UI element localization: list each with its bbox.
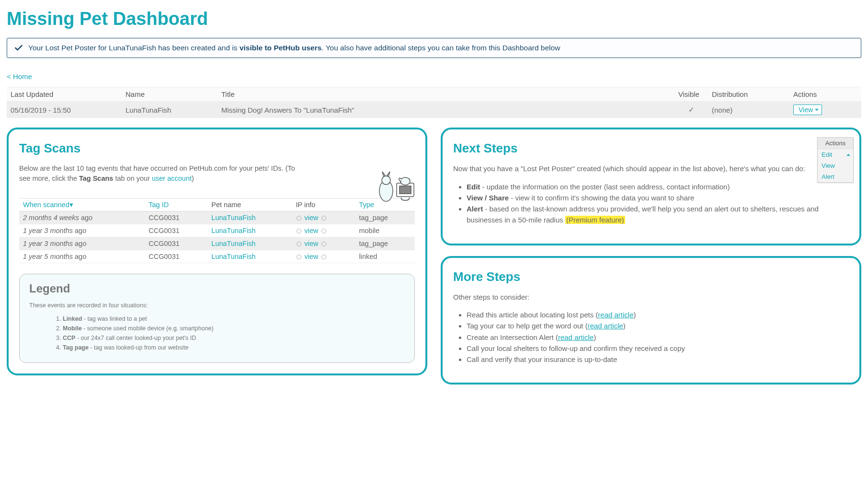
more-steps-intro: Other steps to consider: xyxy=(453,292,849,303)
legend-box: Legend These events are recorded in four… xyxy=(19,274,415,363)
list-item: Linked - tag was linked to a pet xyxy=(63,315,405,322)
list-item: Create an Intersection Alert (read artic… xyxy=(467,332,849,343)
ip-view-link[interactable]: view xyxy=(304,214,318,222)
table-row: 1 year 3 months ago CCG0031 LunaTunaFish… xyxy=(19,224,415,237)
menu-item-view[interactable]: View xyxy=(818,160,853,171)
menu-item-alert[interactable]: Alert xyxy=(818,171,853,182)
pet-link[interactable]: LunaTunaFish xyxy=(211,227,255,234)
list-item: Mobile - someone used mobile device (e.g… xyxy=(63,325,405,332)
list-item: Alert - based on the last-known address … xyxy=(467,203,849,226)
svg-rect-3 xyxy=(400,186,411,194)
more-steps-panel: More Steps Other steps to consider: Read… xyxy=(441,256,861,385)
ip-view-link[interactable]: view xyxy=(304,240,318,247)
next-steps-heading: Next Steps xyxy=(453,141,849,156)
col-pet-name: Pet name xyxy=(207,198,292,211)
scans-table: When scanned▾ Tag ID Pet name IP info Ty… xyxy=(19,198,415,263)
premium-badge: (Premium feature) xyxy=(565,216,625,224)
col-actions: Actions xyxy=(789,87,861,102)
list-item: Edit - update the information on the pos… xyxy=(467,181,849,192)
table-row: 1 year 3 months ago CCG0031 LunaTunaFish… xyxy=(19,237,415,250)
tag-scans-heading: Tag Scans xyxy=(19,141,415,156)
user-account-link[interactable]: user account xyxy=(152,175,192,182)
tag-scans-blurb: Below are the last 10 tag events that ha… xyxy=(19,163,297,184)
svg-point-4 xyxy=(400,177,410,185)
cell-title: Missing Dog! Answers To "LunaTunaFish" xyxy=(217,102,674,118)
read-article-link[interactable]: read article xyxy=(588,322,623,330)
mascot-illustration-icon xyxy=(368,167,421,205)
cell-visible: ✓ xyxy=(674,102,708,118)
pet-link[interactable]: LunaTunaFish xyxy=(211,240,255,247)
tag-scans-panel: Tag Scans Below are the last 10 tag even… xyxy=(7,128,427,375)
next-steps-panel: Next Steps Actions Edit View Alert Now t… xyxy=(441,128,861,245)
page-title: Missing Pet Dashboard xyxy=(7,9,861,29)
ip-view-link[interactable]: view xyxy=(304,253,318,260)
table-row: 2 months 4 weeks ago CCG0031 LunaTunaFis… xyxy=(19,211,415,224)
info-icon xyxy=(321,216,326,221)
sort-desc-icon: ▾ xyxy=(69,201,73,209)
col-last-updated: Last Updated xyxy=(7,87,122,102)
pet-link[interactable]: LunaTunaFish xyxy=(211,253,255,260)
menu-item-edit[interactable]: Edit xyxy=(818,149,853,160)
list-item: CCP - our 24x7 call center looked-up you… xyxy=(63,335,405,341)
read-article-link[interactable]: read article xyxy=(598,311,633,319)
posters-table: Last Updated Name Title Visible Distribu… xyxy=(7,87,861,118)
more-steps-heading: More Steps xyxy=(453,269,849,284)
table-row: 1 year 5 months ago CCG0031 LunaTunaFish… xyxy=(19,250,415,263)
col-when-scanned[interactable]: When scanned▾ xyxy=(19,198,145,211)
home-link[interactable]: < Home xyxy=(7,72,32,81)
dropdown-header: Actions xyxy=(818,138,853,149)
read-article-link[interactable]: read article xyxy=(558,333,594,341)
legend-intro: These events are recorded in four situat… xyxy=(29,302,405,309)
success-alert: Your Lost Pet Poster for LunaTunaFish ha… xyxy=(7,38,861,58)
info-icon xyxy=(321,255,326,259)
info-icon xyxy=(321,229,326,233)
col-visible: Visible xyxy=(674,87,708,102)
legend-heading: Legend xyxy=(29,282,405,295)
globe-icon xyxy=(297,229,301,233)
next-steps-intro: Now that you have a "Lost Pet Poster" cr… xyxy=(453,163,849,175)
alert-message: Your Lost Pet Poster for LunaTunaFish ha… xyxy=(28,44,560,52)
list-item: Call and verify that your insurance is u… xyxy=(467,354,849,365)
check-icon xyxy=(14,43,23,53)
cell-name: LunaTunaFish xyxy=(122,102,217,118)
list-item: View / Share - view it to confirm it's s… xyxy=(467,192,849,203)
svg-point-1 xyxy=(382,176,390,185)
info-icon xyxy=(321,242,326,246)
ip-view-link[interactable]: view xyxy=(304,227,318,234)
list-item: Tag page - tag was looked-up from our we… xyxy=(63,344,405,351)
cell-distribution: (none) xyxy=(708,102,789,118)
list-item: Tag your car to help get the word out (r… xyxy=(467,320,849,331)
table-row: 05/16/2019 - 15:50 LunaTunaFish Missing … xyxy=(7,102,861,118)
list-item: Read this article about locating lost pe… xyxy=(467,309,849,320)
cell-updated: 05/16/2019 - 15:50 xyxy=(7,102,122,118)
globe-icon xyxy=(297,242,301,246)
col-title: Title xyxy=(217,87,674,102)
pet-link[interactable]: LunaTunaFish xyxy=(211,214,255,222)
col-distribution: Distribution xyxy=(708,87,789,102)
globe-icon xyxy=(297,255,301,259)
col-name: Name xyxy=(122,87,217,102)
col-tag-id[interactable]: Tag ID xyxy=(145,198,207,211)
list-item: Call your local shelters to follow-up an… xyxy=(467,343,849,354)
view-button[interactable]: View xyxy=(793,105,822,115)
globe-icon xyxy=(297,216,301,221)
col-ip-info: IP info xyxy=(292,198,355,211)
actions-dropdown: Actions Edit View Alert xyxy=(817,137,854,183)
